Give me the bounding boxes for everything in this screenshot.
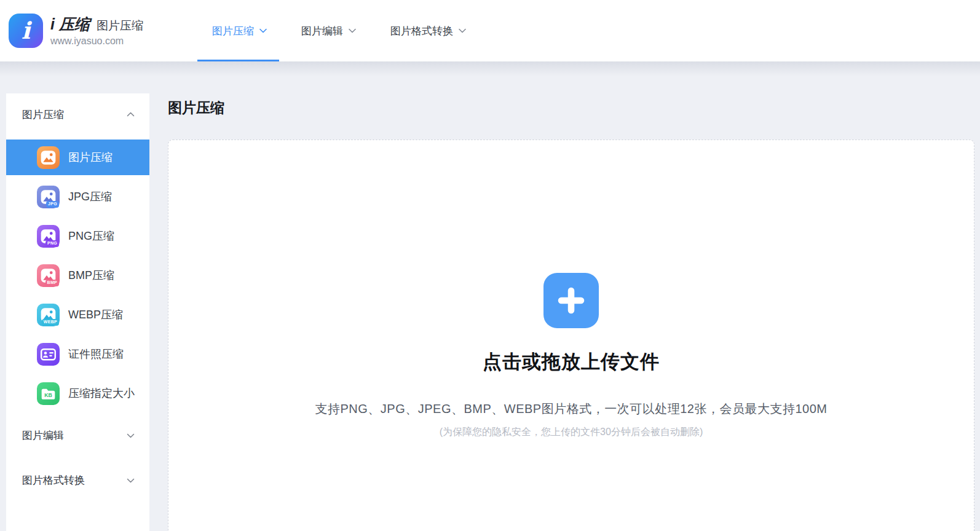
kb-folder-icon: KB xyxy=(37,382,60,405)
sidebar-section-label: 图片压缩 xyxy=(22,108,64,122)
nav-item-image-edit[interactable]: 图片编辑 xyxy=(301,0,356,61)
nav-label: 图片格式转换 xyxy=(390,24,453,38)
webp-badge: WEBP xyxy=(42,319,59,325)
sidebar-item-label: BMP压缩 xyxy=(68,268,114,283)
sidebar-section-label: 图片编辑 xyxy=(22,428,64,442)
chevron-down-icon xyxy=(127,478,135,483)
nav-label: 图片编辑 xyxy=(301,24,343,38)
sidebar-item-list: 图片压缩 JPG JPG压缩 PNG PNG压缩 BMP xyxy=(6,140,149,413)
webp-compress-icon: WEBP xyxy=(37,304,60,326)
nav-item-image-compress[interactable]: 图片压缩 xyxy=(212,0,267,61)
chevron-up-icon xyxy=(127,112,135,117)
plus-icon xyxy=(556,286,586,315)
logo-letter: i xyxy=(22,19,30,42)
chevron-down-icon xyxy=(259,28,267,33)
active-tab-underline xyxy=(197,60,279,61)
upload-dropzone[interactable]: 点击或拖放上传文件 支持PNG、JPG、JPEG、BMP、WEBP图片格式，一次… xyxy=(168,140,974,531)
brand-line: i 压缩 图片压缩 xyxy=(50,14,143,34)
site-url: www.iyasuo.com xyxy=(50,35,143,47)
header: i i 压缩 图片压缩 www.iyasuo.com 图片压缩 图片编辑 xyxy=(0,0,980,61)
chevron-down-icon xyxy=(127,433,135,438)
kb-badge: KB xyxy=(44,392,52,398)
chevron-down-icon xyxy=(459,28,466,33)
logo-text: i 压缩 图片压缩 www.iyasuo.com xyxy=(50,14,143,47)
brand-name: i 压缩 xyxy=(50,14,90,34)
sidebar-item-label: WEBP压缩 xyxy=(68,307,123,322)
upload-title: 点击或拖放上传文件 xyxy=(168,349,974,375)
nav-item-format-convert[interactable]: 图片格式转换 xyxy=(390,0,466,61)
sidebar-section-image-edit[interactable]: 图片编辑 xyxy=(6,413,149,458)
png-badge: PNG xyxy=(45,240,59,246)
sidebar-item-webp-compress[interactable]: WEBP WEBP压缩 xyxy=(6,295,149,334)
sidebar-item-png-compress[interactable]: PNG PNG压缩 xyxy=(6,216,149,256)
top-nav: 图片压缩 图片编辑 图片格式转换 xyxy=(212,0,466,61)
main-content: 图片压缩 点击或拖放上传文件 支持PNG、JPG、JPEG、BMP、WEBP图片… xyxy=(168,93,974,531)
brand-tagline: 图片压缩 xyxy=(97,18,143,34)
sidebar-item-id-photo-compress[interactable]: 证件照压缩 xyxy=(6,334,149,374)
upload-formats-hint: 支持PNG、JPG、JPEG、BMP、WEBP图片格式，一次可以处理12张，会员… xyxy=(168,401,974,417)
sidebar-item-label: 图片压缩 xyxy=(68,150,113,165)
sidebar-item-compress-to-size[interactable]: KB 压缩指定大小 xyxy=(6,374,149,413)
logo[interactable]: i i 压缩 图片压缩 www.iyasuo.com xyxy=(9,14,143,48)
nav-label: 图片压缩 xyxy=(212,24,254,38)
upload-plus-button[interactable] xyxy=(543,273,599,328)
id-photo-icon xyxy=(37,343,60,366)
image-compress-icon xyxy=(37,146,60,169)
sidebar-section-image-compress[interactable]: 图片压缩 xyxy=(6,93,149,135)
app-window: i i 压缩 图片压缩 www.iyasuo.com 图片压缩 图片编辑 xyxy=(0,0,980,531)
upload-privacy-note: (为保障您的隐私安全，您上传的文件30分钟后会被自动删除) xyxy=(168,426,974,439)
bmp-compress-icon: BMP xyxy=(37,264,60,287)
sidebar-item-image-compress[interactable]: 图片压缩 xyxy=(6,140,149,175)
chevron-down-icon xyxy=(349,28,356,33)
sidebar-item-label: 压缩指定大小 xyxy=(68,386,135,401)
sidebar-section-label: 图片格式转换 xyxy=(22,473,85,487)
jpg-badge: JPG xyxy=(46,201,59,207)
sidebar-item-jpg-compress[interactable]: JPG JPG压缩 xyxy=(6,177,149,216)
bmp-badge: BMP xyxy=(45,280,59,286)
sidebar-item-bmp-compress[interactable]: BMP BMP压缩 xyxy=(6,256,149,295)
jpg-compress-icon: JPG xyxy=(37,186,60,208)
sidebar-section-format-convert[interactable]: 图片格式转换 xyxy=(6,458,149,503)
logo-icon: i xyxy=(9,14,43,48)
page-title: 图片压缩 xyxy=(168,93,974,117)
sidebar: 图片压缩 图片压缩 JPG JPG压缩 PNG xyxy=(6,93,149,531)
png-compress-icon: PNG xyxy=(37,225,60,248)
sidebar-item-label: PNG压缩 xyxy=(68,229,114,243)
sidebar-item-label: JPG压缩 xyxy=(68,189,112,204)
sidebar-item-label: 证件照压缩 xyxy=(68,347,124,361)
